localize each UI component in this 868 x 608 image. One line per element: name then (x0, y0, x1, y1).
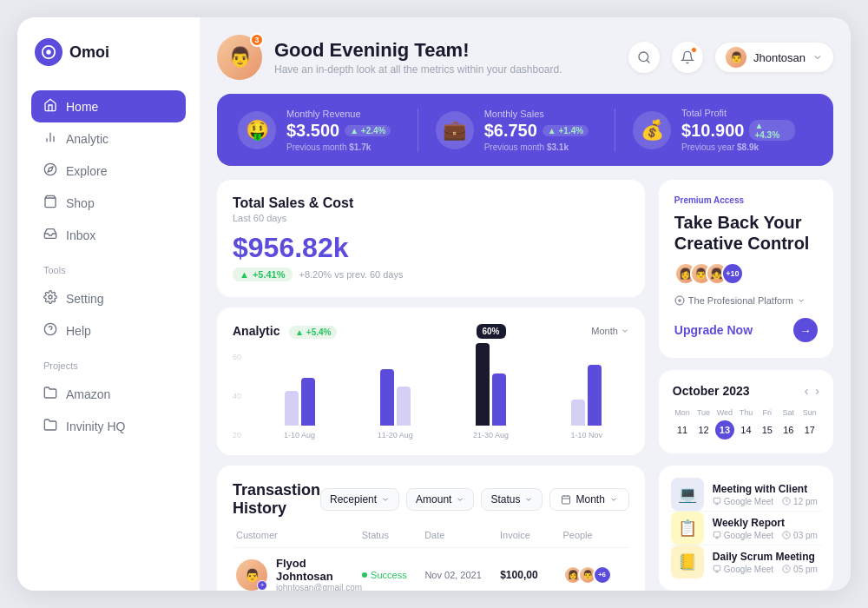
tools-section-label: Tools (31, 254, 186, 279)
logo-icon (35, 38, 62, 66)
cal-day-11[interactable]: 11 (673, 420, 692, 439)
notification-button[interactable] (672, 42, 703, 73)
cal-day-13[interactable]: 13 (715, 420, 734, 439)
chart-area: 60 40 20 1-10 Aug11-20 Aug60%21-30 Aug1-… (233, 353, 629, 439)
analytic-icon (43, 130, 57, 147)
stat-badge-2: ▲ +4.3% (749, 120, 795, 141)
cal-day-17[interactable]: 17 (800, 420, 819, 439)
chart-period-select[interactable]: Month (591, 326, 629, 336)
sidebar-item-invinity[interactable]: Invinity HQ (31, 410, 186, 442)
sales-growth-value: +5.41% (253, 269, 286, 280)
filter-status[interactable]: Status (481, 488, 542, 511)
calendar-nav: ‹ › (805, 384, 819, 398)
filter-recipient[interactable]: Recepient (320, 488, 399, 511)
calendar-prev[interactable]: ‹ (805, 384, 809, 398)
sales-growth-note: +8.20% vs prev. 60 days (299, 269, 404, 280)
chart-tooltip: 60% (476, 324, 505, 339)
svg-rect-19 (713, 498, 720, 503)
sidebar-item-explore[interactable]: Explore (31, 155, 186, 187)
cal-day-15[interactable]: 15 (758, 420, 777, 439)
stat-icon-1: 💼 (436, 111, 474, 149)
col-date: Date (424, 530, 500, 540)
events-list: 💻 Meeting with Client Google Meet 12 pm … (671, 478, 821, 578)
bar-g3-1 (588, 365, 602, 426)
sidebar-label-amazon: Amazon (66, 387, 110, 401)
stat-label-0: Monthly Revenue (286, 109, 391, 119)
sales-card: Total Sales & Cost Last 60 days $956.82k… (217, 180, 645, 297)
sidebar-item-analytic[interactable]: Analytic (31, 122, 186, 155)
notification-dot (691, 47, 697, 53)
upgrade-button[interactable]: Upgrade Now → (674, 318, 818, 342)
tx-title: Transastion History (233, 481, 320, 518)
stat-badge-1: ▲ +1.4% (542, 125, 589, 136)
stat-info-0: Monthly Revenue $3.500 ▲ +2.4% Previous … (286, 109, 391, 152)
sidebar-label-setting: Setting (66, 292, 104, 306)
promo-platform-label: The Profesional Platform (688, 295, 793, 306)
event-title-2: Daily Scrum Meeting (713, 551, 821, 563)
tx-row-0: 👨+ Flyod Johntosan johntosan@gmail.com S… (233, 548, 629, 591)
user-pill-avatar: 👨 (726, 47, 746, 68)
promo-av-more: +10 (721, 262, 744, 285)
tx-customer-0: 👨+ Flyod Johntosan johntosan@gmail.com (236, 557, 362, 591)
stat-prev-1: Previous month $3.1k (484, 142, 589, 152)
event-platform-1: Google Meet (713, 531, 773, 540)
upgrade-arrow-icon: → (793, 318, 818, 342)
stat-value-2: $10.900 (681, 121, 744, 141)
sidebar-nav: HomeAnalyticExploreShopInbox (31, 90, 186, 251)
event-time-1: 03 pm (782, 531, 818, 540)
sidebar-item-setting[interactable]: Setting (31, 282, 186, 314)
cal-day-14[interactable]: 14 (736, 420, 755, 439)
stats-banner: 🤑 Monthly Revenue $3.500 ▲ +2.4% Previou… (217, 94, 833, 166)
sidebar-item-inbox[interactable]: Inbox (31, 219, 186, 251)
cal-header-wed: Wed (715, 406, 734, 419)
sidebar-projects: AmazonInvinity HQ (31, 378, 186, 442)
event-info-2: Daily Scrum Meeting Google Meet 05 pm (713, 551, 821, 574)
col-invoice: Invoice (500, 530, 562, 540)
event-platform-2: Google Meet (713, 565, 773, 574)
tx-month-label: Month (575, 493, 604, 506)
bar-g0-1 (301, 378, 315, 426)
home-icon (43, 98, 57, 115)
sidebar-item-help[interactable]: Help (31, 314, 186, 347)
svg-point-5 (44, 163, 56, 175)
tx-invoice-0: $100,00 (500, 569, 562, 581)
main-content: 👨 3 Good Eveninig Team! Have an in-depth… (200, 17, 851, 591)
sidebar-item-home[interactable]: Home (31, 90, 186, 122)
sales-subtitle: Last 60 days (233, 213, 629, 223)
stat-item-0: 🤑 Monthly Revenue $3.500 ▲ +2.4% Previou… (238, 109, 418, 152)
svg-rect-27 (713, 565, 720, 571)
calendar-next[interactable]: › (815, 384, 819, 398)
events-section: 💻 Meeting with Client Google Meet 12 pm … (659, 466, 833, 591)
stat-prev-0: Previous month $1.7k (286, 142, 391, 152)
tx-status-0: Success (362, 570, 424, 580)
cal-day-12[interactable]: 12 (694, 420, 713, 439)
promo-card: Premium Access Take Back Your Creative C… (659, 180, 833, 358)
event-title-1: Weekly Report (713, 517, 821, 529)
search-button[interactable] (628, 42, 660, 73)
chart-group-3: 1-10 Nov (544, 365, 629, 439)
filter-status-label: Status (490, 493, 520, 506)
sales-amount: $956.82k (233, 232, 629, 264)
bar-g0-0 (285, 391, 299, 426)
cal-day-16[interactable]: 16 (779, 420, 798, 439)
svg-point-1 (46, 50, 50, 54)
user-menu[interactable]: 👨 Jhontosan (715, 43, 833, 72)
tx-header-right: Recepient Amount Status (320, 488, 629, 511)
chart-title-group: Analytic ▲ +5.4% (233, 323, 337, 339)
cal-header-tue: Tue (694, 406, 713, 419)
event-thumb-1: 📋 (671, 512, 704, 545)
header-text: Good Eveninig Team! Have an in-depth loo… (274, 39, 562, 76)
event-meta-1: Google Meet 03 pm (713, 531, 821, 540)
analytic-card: Analytic ▲ +5.4% Month (217, 307, 645, 455)
sidebar-item-amazon[interactable]: Amazon (31, 378, 186, 410)
chart-label-3: 1-10 Nov (570, 431, 602, 439)
calendar-title: October 2023 (673, 384, 750, 398)
sales-growth-row: ▲ +5.41% +8.20% vs prev. 60 days (233, 268, 629, 281)
sales-title: Total Sales & Cost (233, 195, 629, 211)
chart-groups: 1-10 Aug11-20 Aug60%21-30 Aug1-10 Nov (257, 353, 629, 439)
app-container: Omoi HomeAnalyticExploreShopInbox Tools … (17, 17, 851, 591)
stat-info-2: Total Profit $10.900 ▲ +4.3% Previous ye… (681, 108, 795, 152)
sidebar-item-shop[interactable]: Shop (31, 187, 186, 219)
tx-month-select[interactable]: Month (549, 488, 628, 511)
filter-amount[interactable]: Amount (406, 488, 474, 511)
